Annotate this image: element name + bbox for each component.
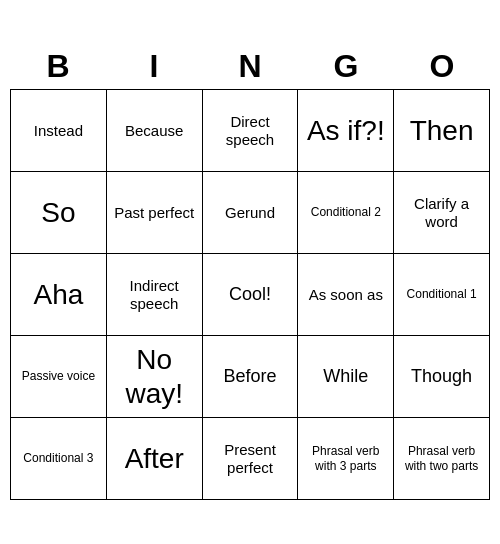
cell-text: Conditional 3 — [23, 451, 93, 465]
bingo-cell[interactable]: Gerund — [203, 172, 299, 254]
cell-text: As if?! — [307, 114, 385, 148]
header-letter: G — [298, 44, 394, 89]
bingo-cell[interactable]: Conditional 2 — [298, 172, 394, 254]
cell-text: Aha — [33, 278, 83, 312]
cell-text: Because — [125, 122, 183, 140]
bingo-cell[interactable]: Conditional 1 — [394, 254, 490, 336]
cell-text: Past perfect — [114, 204, 194, 222]
cell-text: So — [41, 196, 75, 230]
bingo-header: BINGO — [10, 44, 490, 89]
header-letter: N — [202, 44, 298, 89]
bingo-cell[interactable]: Though — [394, 336, 490, 418]
bingo-cell[interactable]: Indirect speech — [107, 254, 203, 336]
bingo-cell[interactable]: As if?! — [298, 90, 394, 172]
cell-text: As soon as — [309, 286, 383, 304]
bingo-cell[interactable]: Direct speech — [203, 90, 299, 172]
bingo-cell[interactable]: Before — [203, 336, 299, 418]
cell-text: Indirect speech — [110, 277, 199, 313]
bingo-cell[interactable]: Conditional 3 — [11, 418, 107, 500]
cell-text: Present perfect — [206, 441, 295, 477]
bingo-cell[interactable]: So — [11, 172, 107, 254]
header-letter: I — [106, 44, 202, 89]
bingo-cell[interactable]: Instead — [11, 90, 107, 172]
cell-text: Instead — [34, 122, 83, 140]
cell-text: Conditional 2 — [311, 205, 381, 219]
bingo-cell[interactable]: After — [107, 418, 203, 500]
cell-text: Before — [223, 366, 276, 388]
cell-text: Phrasal verb with 3 parts — [301, 444, 390, 473]
bingo-cell[interactable]: Clarify a word — [394, 172, 490, 254]
cell-text: Though — [411, 366, 472, 388]
cell-text: While — [323, 366, 368, 388]
bingo-cell[interactable]: Passive voice — [11, 336, 107, 418]
bingo-cell[interactable]: Phrasal verb with two parts — [394, 418, 490, 500]
bingo-cell[interactable]: As soon as — [298, 254, 394, 336]
cell-text: Then — [410, 114, 474, 148]
bingo-cell[interactable]: Cool! — [203, 254, 299, 336]
cell-text: Clarify a word — [397, 195, 486, 231]
bingo-cell[interactable]: Then — [394, 90, 490, 172]
bingo-cell[interactable]: While — [298, 336, 394, 418]
cell-text: Gerund — [225, 204, 275, 222]
bingo-cell[interactable]: No way! — [107, 336, 203, 418]
bingo-cell[interactable]: Aha — [11, 254, 107, 336]
cell-text: Passive voice — [22, 369, 95, 383]
cell-text: After — [125, 442, 184, 476]
bingo-cell[interactable]: Because — [107, 90, 203, 172]
cell-text: Phrasal verb with two parts — [397, 444, 486, 473]
cell-text: Cool! — [229, 284, 271, 306]
cell-text: No way! — [110, 343, 199, 410]
header-letter: B — [10, 44, 106, 89]
header-letter: O — [394, 44, 490, 89]
bingo-card: BINGO InsteadBecauseDirect speechAs if?!… — [10, 44, 490, 500]
bingo-grid: InsteadBecauseDirect speechAs if?!ThenSo… — [10, 89, 490, 500]
bingo-cell[interactable]: Past perfect — [107, 172, 203, 254]
cell-text: Conditional 1 — [407, 287, 477, 301]
bingo-cell[interactable]: Phrasal verb with 3 parts — [298, 418, 394, 500]
bingo-cell[interactable]: Present perfect — [203, 418, 299, 500]
cell-text: Direct speech — [206, 113, 295, 149]
